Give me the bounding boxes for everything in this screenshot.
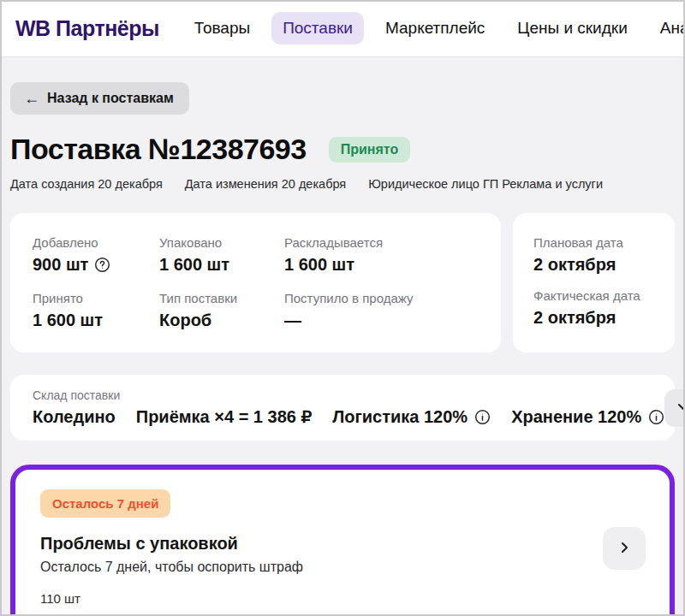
arrow-left-icon: ←: [24, 91, 39, 106]
nav-item-supplies[interactable]: Поставки: [271, 12, 364, 44]
stat-actual-date: Фактическая дата 2 октября: [533, 288, 654, 328]
stat-supply-type: Тип поставки Короб: [159, 291, 284, 330]
expand-details-button[interactable]: [664, 389, 685, 427]
stat-value: —: [284, 311, 301, 330]
stat-value: 1 600 шт: [33, 311, 103, 330]
main-nav: Товары Поставки Маркетплейс Цены и скидк…: [183, 12, 685, 44]
stat-on-sale: Поступило в продажу —: [284, 291, 479, 330]
meta-row: Дата создания 20 декабря Дата изменения …: [10, 177, 675, 191]
stat-value: 1 600 шт: [159, 255, 229, 275]
info-circle-icon[interactable]: [648, 409, 664, 425]
supply-stats-card: Добавлено 900 шт Упаковано 1 600 шт: [10, 213, 501, 352]
warehouse-values-row: Коледино Приёмка ×4 = 1 386 ₽ Логистика …: [33, 406, 664, 427]
info-circle-icon[interactable]: [474, 409, 491, 425]
stat-label: Раскладывается: [284, 235, 479, 250]
meta-created-date: Дата создания 20 декабря: [10, 177, 163, 191]
stat-accepted: Принято 1 600 шт: [33, 291, 159, 330]
nav-item-marketplace[interactable]: Маркетплейс: [374, 12, 496, 44]
stat-label: Добавлено: [33, 235, 159, 250]
supply-detail-page: ← Назад к поставкам Поставка №12387693 П…: [0, 57, 685, 616]
nav-item-prices-discounts[interactable]: Цены и скидки: [506, 12, 638, 44]
help-circle-icon[interactable]: [94, 257, 110, 273]
storage-rate: Хранение 120%: [511, 407, 664, 427]
days-left-badge: Осталось 7 дней: [40, 489, 170, 518]
warehouse-card: Склад поставки Коледино Приёмка ×4 = 1 3…: [10, 375, 675, 441]
stat-label: Тип поставки: [159, 291, 284, 305]
warehouse-label: Склад поставки: [33, 388, 664, 402]
warehouse-info: Склад поставки Коледино Приёмка ×4 = 1 3…: [33, 388, 664, 427]
back-button-label: Назад к поставкам: [47, 91, 174, 106]
stat-value: 900 шт: [33, 255, 88, 275]
stat-value: 2 октября: [533, 308, 616, 328]
stat-packed: Упаковано 1 600 шт: [159, 235, 284, 275]
stat-value: Короб: [159, 311, 211, 330]
stat-label: Фактическая дата: [533, 288, 654, 303]
acceptance-cost: Приёмка ×4 = 1 386 ₽: [136, 406, 312, 427]
problem-title: Проблемы с упаковкой: [40, 534, 593, 554]
title-row: Поставка №12387693 Принято: [10, 133, 675, 166]
page-title: Поставка №12387693: [10, 133, 307, 166]
stat-planned-date: Плановая дата 2 октября: [533, 235, 654, 275]
nav-item-analytics[interactable]: Аналитика: [649, 12, 685, 44]
app-logo[interactable]: WB Партнёры: [15, 16, 159, 41]
top-navbar: WB Партнёры Товары Поставки Маркетплейс …: [0, 0, 685, 57]
logistics-rate-label: Логистика 120%: [332, 407, 468, 427]
meta-legal-entity: Юридическое лицо ГП Реклама и услуги: [368, 177, 603, 191]
stat-added: Добавлено 900 шт: [33, 235, 159, 275]
open-problem-button[interactable]: [603, 527, 646, 570]
problem-card[interactable]: Осталось 7 дней Проблемы с упаковкой Ост…: [10, 465, 675, 616]
storage-rate-label: Хранение 120%: [511, 407, 641, 427]
stat-value: 2 октября: [533, 255, 616, 275]
cards-row: Добавлено 900 шт Упаковано 1 600 шт: [10, 213, 675, 352]
meta-modified-date: Дата изменения 20 декабря: [185, 177, 346, 191]
problem-quantity: 110 шт: [40, 591, 593, 606]
logistics-rate: Логистика 120%: [332, 407, 491, 427]
stat-label: Поступило в продажу: [284, 291, 479, 305]
stat-label: Упаковано: [159, 235, 284, 250]
back-to-supplies-button[interactable]: ← Назад к поставкам: [10, 82, 189, 115]
nav-item-goods[interactable]: Товары: [183, 12, 261, 44]
stat-shelving: Раскладывается 1 600 шт: [284, 235, 479, 275]
stat-value: 1 600 шт: [284, 255, 354, 275]
problem-subtitle: Осталось 7 дней, чтобы оспорить штраф: [40, 560, 593, 575]
stat-label: Плановая дата: [533, 235, 654, 250]
warehouse-name: Коледино: [33, 407, 116, 427]
chevron-right-icon: [616, 540, 632, 558]
stat-label: Принято: [33, 291, 159, 305]
status-badge: Принято: [329, 137, 411, 163]
chevron-down-icon: [676, 399, 685, 417]
dates-card: Плановая дата 2 октября Фактическая дата…: [513, 213, 675, 352]
